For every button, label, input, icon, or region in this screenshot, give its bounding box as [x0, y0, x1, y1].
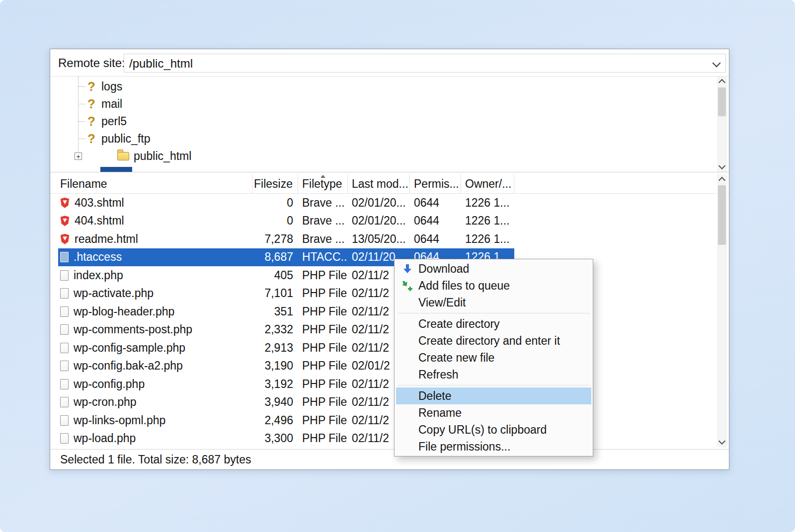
chevron-down-icon	[718, 438, 725, 445]
file-size: 3,192	[252, 378, 298, 391]
file-type: PHP File	[298, 269, 348, 282]
chevron-up-icon	[718, 79, 725, 86]
tree-item-perl5[interactable]: ?perl5	[50, 113, 718, 130]
file-name: 404.shtml	[75, 214, 124, 228]
scrollbar-thumb[interactable]	[718, 87, 726, 116]
menu-item-copy-url-s-to-clipboard[interactable]: Copy URL(s) to clipboard	[396, 421, 591, 438]
file-icon	[60, 433, 69, 444]
menu-item-create-directory[interactable]: Create directory	[396, 315, 591, 332]
tree-item-mail[interactable]: ?mail	[50, 95, 718, 113]
file-name-cell: wp-config-sample.php	[58, 341, 252, 355]
unknown-folder-icon: ?	[86, 114, 97, 129]
scroll-down-button[interactable]	[717, 162, 727, 172]
column-header-permissions[interactable]: Permis...	[410, 174, 461, 193]
menu-item-label: Refresh	[418, 368, 459, 381]
chevron-up-icon	[718, 177, 725, 184]
file-icon	[60, 415, 69, 426]
tree-item-public-ftp[interactable]: ?public_ftp	[50, 130, 718, 148]
menu-item-label: Download	[418, 262, 469, 276]
file-name: wp-comments-post.php	[74, 323, 192, 336]
file-type: PHP File	[298, 341, 348, 355]
menu-item-create-new-file[interactable]: Create new file	[396, 349, 591, 366]
chevron-down-icon	[718, 162, 725, 169]
column-header-last-modified[interactable]: Last mod...	[348, 174, 410, 193]
menu-item-label: Create directory and enter it	[418, 334, 560, 348]
scrollbar-thumb[interactable]	[718, 185, 726, 245]
menu-item-rename[interactable]: Rename	[396, 404, 591, 421]
tree-item-logs[interactable]: ?logs	[50, 78, 718, 95]
file-size: 351	[252, 305, 298, 318]
file-owner: 1226 1...	[461, 214, 514, 228]
menu-item-file-permissions[interactable]: File permissions...	[396, 438, 591, 455]
unknown-folder-icon: ?	[86, 79, 97, 94]
file-name-cell: wp-config.bak-a2.php	[58, 359, 252, 373]
file-type: PHP File	[298, 378, 348, 391]
menu-item-label: Delete	[418, 389, 451, 403]
tree-item-partially-visible	[100, 167, 132, 172]
file-name: wp-config.php	[74, 378, 145, 391]
selection-status-text: Selected 1 file. Total size: 8,687 bytes	[60, 453, 251, 466]
scroll-down-button[interactable]	[717, 437, 727, 447]
file-icon	[60, 343, 69, 353]
file-type: PHP File	[298, 323, 348, 336]
remote-file-list: Filename Filesize Filetype Last mod... P…	[50, 174, 729, 447]
context-menu: DownloadAdd files to queueView/EditCreat…	[394, 259, 593, 456]
tree-item-label: logs	[101, 80, 122, 93]
table-row[interactable]: readme.html7,278Brave ...13/05/20...0644…	[58, 230, 514, 248]
menu-item-add-files-to-queue[interactable]: Add files to queue	[396, 277, 591, 294]
file-name-cell: .htaccess	[58, 250, 252, 264]
file-name-cell: readme.html	[58, 232, 252, 246]
tree-item-label: perl5	[101, 115, 127, 128]
menu-item-label: Create directory	[418, 317, 500, 331]
file-modified: 02/01/20...	[348, 196, 410, 210]
menu-item-create-directory-and-enter-it[interactable]: Create directory and enter it	[396, 332, 591, 349]
tree-connector-stub	[78, 121, 85, 122]
menu-item-download[interactable]: Download	[396, 260, 591, 277]
file-size: 0	[252, 196, 298, 210]
column-header-owner[interactable]: Owner/...	[461, 174, 514, 193]
column-header-filename[interactable]: Filename	[58, 174, 252, 193]
tree-scrollbar[interactable]	[717, 76, 727, 172]
file-name-cell: wp-comments-post.php	[58, 323, 252, 336]
file-size: 405	[252, 269, 298, 282]
file-icon	[60, 379, 69, 389]
file-permissions: 0644	[410, 196, 461, 210]
file-type: PHP File	[298, 305, 348, 318]
file-size: 2,496	[252, 414, 298, 427]
tree-item-public-html[interactable]: +public_html	[50, 148, 718, 165]
file-name: wp-cron.php	[74, 395, 137, 409]
file-name: wp-config-sample.php	[74, 341, 185, 355]
menu-item-view-edit[interactable]: View/Edit	[396, 294, 591, 311]
menu-item-delete[interactable]: Delete	[396, 387, 591, 404]
scroll-up-button[interactable]	[717, 76, 727, 86]
add-queue-icon	[400, 280, 415, 292]
menu-item-label: File permissions...	[418, 440, 510, 454]
file-type: PHP File	[298, 414, 348, 427]
file-list-scrollbar[interactable]	[717, 174, 727, 447]
file-type: Brave ...	[298, 232, 348, 246]
remote-site-combobox[interactable]: /public_html	[124, 54, 726, 73]
file-size: 7,101	[252, 287, 298, 300]
tree-connector-stub	[78, 86, 85, 87]
chevron-down-icon[interactable]	[713, 59, 721, 68]
file-name: index.php	[74, 269, 123, 282]
file-type: PHP File	[298, 287, 348, 300]
file-name-cell: 403.shtml	[58, 196, 252, 210]
remote-site-label: Remote site:	[58, 56, 125, 70]
table-row[interactable]: 404.shtml0Brave ...02/01/20...06441226 1…	[58, 212, 514, 230]
menu-item-refresh[interactable]: Refresh	[396, 366, 591, 383]
file-name: 403.shtml	[75, 196, 124, 210]
file-icon	[60, 306, 69, 317]
file-size: 3,190	[252, 359, 298, 373]
column-header-filetype[interactable]: Filetype	[298, 174, 348, 193]
file-owner: 1226 1...	[461, 196, 514, 210]
brave-file-icon	[60, 216, 70, 226]
expand-plus-icon[interactable]: +	[75, 152, 82, 160]
menu-item-label: Rename	[418, 406, 462, 420]
table-row[interactable]: 403.shtml0Brave ...02/01/20...06441226 1…	[58, 194, 514, 212]
column-header-filesize[interactable]: Filesize	[252, 174, 298, 193]
scroll-up-button[interactable]	[717, 174, 727, 184]
file-size: 8,687	[252, 250, 298, 264]
file-type: Brave ...	[298, 214, 348, 228]
tree-item-label: public_ftp	[101, 132, 150, 146]
